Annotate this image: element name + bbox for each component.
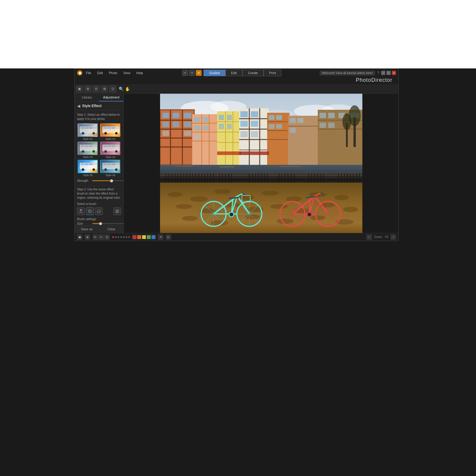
svg-point-227 — [229, 212, 234, 217]
style-item-05[interactable]: Style 05 — [77, 160, 98, 177]
svg-rect-69 — [173, 122, 179, 127]
svg-point-195 — [167, 192, 182, 197]
svg-rect-10 — [107, 127, 111, 129]
maximize-btn[interactable]: □ — [386, 71, 391, 75]
app-window: ⬤ File Edit Photo View Help ↩ ↪ ⚙ Guided… — [74, 68, 399, 241]
main-content: Library Adjustment ◀ Style Effect Step 1… — [75, 94, 398, 233]
back-btn[interactable]: ◀ — [77, 104, 80, 108]
svg-rect-123 — [320, 113, 326, 118]
svg-rect-114 — [276, 124, 282, 129]
clear-button[interactable]: Clear — [99, 225, 124, 233]
brush-icon[interactable]: ✏ — [98, 234, 104, 240]
svg-point-40 — [104, 168, 107, 171]
swatch-green[interactable] — [147, 235, 151, 239]
svg-rect-25 — [112, 145, 115, 147]
svg-rect-38 — [107, 163, 111, 165]
tab-edit[interactable]: Edit — [226, 70, 242, 76]
style-item-06[interactable]: Style 06 — [100, 160, 121, 177]
minimize-btn[interactable]: − — [381, 71, 385, 75]
svg-rect-39 — [112, 163, 115, 165]
style-thumb-02 — [100, 123, 120, 137]
strength-label: Strength — [77, 179, 90, 182]
svg-point-196 — [190, 196, 208, 202]
svg-rect-103 — [240, 121, 248, 127]
tab-create[interactable]: Create — [242, 70, 264, 76]
svg-rect-30 — [81, 163, 84, 165]
sidebar-tab-library[interactable]: Library — [75, 94, 99, 101]
svg-line-244 — [306, 197, 316, 198]
undo-btn[interactable]: ↩ — [182, 70, 188, 76]
brush-cycle-btn[interactable] — [95, 207, 103, 215]
rotate-icon[interactable]: ↻ — [93, 234, 98, 240]
svg-point-33 — [82, 168, 84, 171]
zoom-dropdown-icon[interactable]: ▾ — [391, 234, 396, 240]
main-photo-svg — [160, 94, 362, 233]
export-icon[interactable]: ⊳ — [166, 234, 171, 240]
window-controls: − □ ✕ — [381, 71, 396, 75]
split-view-btn[interactable]: ⊠ — [101, 85, 108, 93]
style-thumb-03 — [78, 142, 98, 155]
svg-line-224 — [228, 198, 239, 198]
svg-rect-127 — [320, 123, 326, 128]
canvas-area — [124, 94, 398, 233]
size-slider[interactable] — [92, 223, 123, 224]
dot-1 — [115, 236, 117, 238]
menu-help[interactable]: Help — [135, 71, 144, 75]
welcome-message: Welcome! View all tutorial videos here! — [320, 71, 375, 76]
crop-icon[interactable]: ⊡ — [104, 234, 110, 240]
svg-rect-120 — [290, 118, 296, 123]
menu-view[interactable]: View — [122, 71, 131, 75]
swatch-orange[interactable] — [137, 235, 141, 239]
reset-icon[interactable]: ↺ — [158, 234, 163, 240]
status-icon-1[interactable]: ▣ — [77, 234, 82, 240]
tab-guided[interactable]: Guided — [203, 70, 225, 76]
menu-photo[interactable]: Photo — [108, 71, 119, 75]
brush-circle-btn[interactable] — [86, 207, 94, 215]
svg-rect-4 — [89, 127, 93, 129]
app-title: PhotoDirector — [356, 77, 392, 83]
style-label-03: Style 03 — [83, 156, 93, 159]
size-slider-row: Size 20.0 — [77, 222, 121, 225]
style-item-04[interactable]: Style 04 — [100, 142, 121, 159]
sidebar-tab-adjustment[interactable]: Adjustment — [99, 94, 123, 101]
brush-settings-icon[interactable] — [113, 207, 121, 215]
help-btn[interactable]: ? — [377, 71, 379, 75]
style-item-01[interactable]: Style 01 — [77, 123, 98, 140]
svg-rect-122 — [290, 128, 296, 133]
status-icon-2[interactable]: ⊞ — [85, 234, 90, 240]
menu-edit[interactable]: Edit — [96, 71, 104, 75]
dot-5 — [126, 236, 127, 238]
style-item-02[interactable]: Style 02 — [100, 123, 121, 140]
brush-person-btn[interactable] — [77, 207, 85, 215]
dot-6 — [128, 236, 130, 238]
redo-btn[interactable]: ↪ — [189, 70, 195, 76]
swatch-blue[interactable] — [151, 235, 156, 239]
svg-point-6 — [93, 132, 95, 134]
fit-btn[interactable]: ⊡ — [109, 85, 116, 93]
svg-rect-17 — [85, 145, 88, 147]
svg-rect-24 — [107, 145, 111, 147]
close-btn[interactable]: ✕ — [392, 71, 396, 75]
divider-1 — [77, 185, 121, 186]
svg-rect-37 — [103, 163, 107, 165]
swatch-yellow[interactable] — [142, 235, 146, 239]
hand-tool-icon[interactable]: ✋ — [125, 87, 130, 91]
svg-rect-81 — [194, 126, 200, 130]
compare-view-btn[interactable]: ⊟ — [93, 85, 100, 93]
settings-btn[interactable]: ⚙ — [196, 70, 202, 76]
tab-print[interactable]: Print — [264, 70, 282, 76]
svg-rect-91 — [227, 115, 232, 120]
save-as-button[interactable]: Save as — [75, 225, 99, 233]
menu-file[interactable]: File — [85, 71, 93, 75]
layers-icon[interactable]: ≡ — [367, 234, 372, 240]
zoom-in-icon[interactable]: 🔍 — [119, 87, 124, 91]
panel-header: ◀ Style Effect — [75, 102, 123, 110]
svg-rect-134 — [239, 151, 269, 155]
strength-slider[interactable] — [92, 180, 123, 181]
style-item-03[interactable]: Style 03 — [77, 142, 98, 159]
svg-rect-47 — [115, 212, 119, 213]
single-view-btn[interactable]: ▣ — [76, 85, 83, 93]
before-after-btn[interactable]: ⊞ — [84, 85, 91, 93]
dot-3 — [120, 236, 122, 238]
swatch-red[interactable] — [132, 235, 137, 239]
